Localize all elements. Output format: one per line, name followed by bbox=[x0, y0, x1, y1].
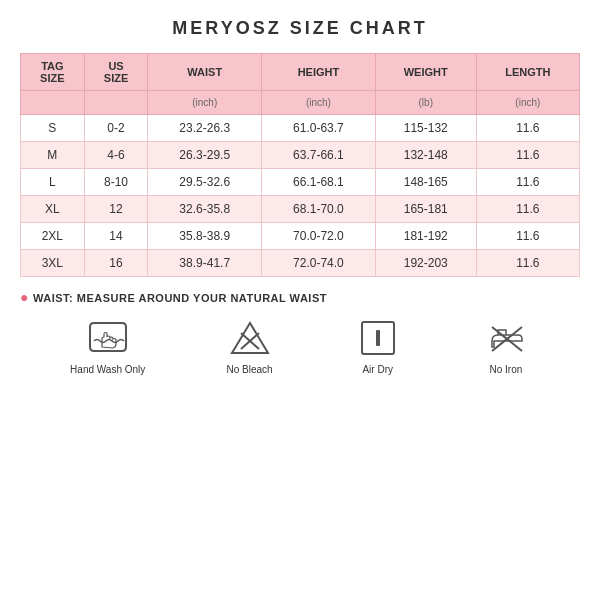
col-length: LENGTH bbox=[476, 54, 579, 91]
col-weight: WEIGHT bbox=[375, 54, 476, 91]
cell-tag: 3XL bbox=[21, 250, 85, 277]
cell-tag: 2XL bbox=[21, 223, 85, 250]
cell-waist: 32.6-35.8 bbox=[148, 196, 262, 223]
hand-wash-icon bbox=[84, 317, 132, 359]
cell-height: 70.0-72.0 bbox=[262, 223, 376, 250]
cell-waist: 35.8-38.9 bbox=[148, 223, 262, 250]
page-container: MERYOSZ SIZE CHART TAGSIZE USSIZE WAIST … bbox=[0, 0, 600, 600]
air-dry-icon bbox=[354, 317, 402, 359]
cell-length: 11.6 bbox=[476, 115, 579, 142]
care-hand-wash: Hand Wash Only bbox=[70, 317, 145, 375]
care-icons-section: Hand Wash Only No Bleach bbox=[20, 317, 580, 375]
cell-tag: M bbox=[21, 142, 85, 169]
table-row: 2XL1435.8-38.970.0-72.0181-19211.6 bbox=[21, 223, 580, 250]
col-us-sub bbox=[84, 91, 148, 115]
cell-length: 11.6 bbox=[476, 250, 579, 277]
cell-weight: 165-181 bbox=[375, 196, 476, 223]
col-length-sub: (inch) bbox=[476, 91, 579, 115]
col-waist-sub: (inch) bbox=[148, 91, 262, 115]
bullet-dot: ● bbox=[20, 289, 29, 305]
table-row: M4-626.3-29.563.7-66.1132-14811.6 bbox=[21, 142, 580, 169]
table-row: L8-1029.5-32.666.1-68.1148-16511.6 bbox=[21, 169, 580, 196]
col-tag-sub bbox=[21, 91, 85, 115]
cell-height: 72.0-74.0 bbox=[262, 250, 376, 277]
col-height-sub: (inch) bbox=[262, 91, 376, 115]
cell-weight: 115-132 bbox=[375, 115, 476, 142]
col-waist: WAIST bbox=[148, 54, 262, 91]
page-title: MERYOSZ SIZE CHART bbox=[20, 18, 580, 39]
cell-height: 63.7-66.1 bbox=[262, 142, 376, 169]
cell-tag: XL bbox=[21, 196, 85, 223]
care-no-iron: No Iron bbox=[482, 317, 530, 375]
air-dry-label: Air Dry bbox=[362, 364, 393, 375]
table-row: 3XL1638.9-41.772.0-74.0192-20311.6 bbox=[21, 250, 580, 277]
care-air-dry: Air Dry bbox=[354, 317, 402, 375]
cell-us: 14 bbox=[84, 223, 148, 250]
size-chart-table: TAGSIZE USSIZE WAIST HEIGHT WEIGHT LENGT… bbox=[20, 53, 580, 277]
cell-weight: 192-203 bbox=[375, 250, 476, 277]
cell-height: 61.0-63.7 bbox=[262, 115, 376, 142]
cell-weight: 132-148 bbox=[375, 142, 476, 169]
cell-tag: S bbox=[21, 115, 85, 142]
table-row: XL1232.6-35.868.1-70.0165-18111.6 bbox=[21, 196, 580, 223]
no-iron-label: No Iron bbox=[489, 364, 522, 375]
cell-waist: 23.2-26.3 bbox=[148, 115, 262, 142]
no-bleach-icon bbox=[226, 317, 274, 359]
cell-us: 12 bbox=[84, 196, 148, 223]
cell-height: 68.1-70.0 bbox=[262, 196, 376, 223]
cell-weight: 181-192 bbox=[375, 223, 476, 250]
col-tag-size: TAGSIZE bbox=[21, 54, 85, 91]
table-row: S0-223.2-26.361.0-63.7115-13211.6 bbox=[21, 115, 580, 142]
col-height: HEIGHT bbox=[262, 54, 376, 91]
cell-length: 11.6 bbox=[476, 196, 579, 223]
no-bleach-label: No Bleach bbox=[226, 364, 272, 375]
cell-height: 66.1-68.1 bbox=[262, 169, 376, 196]
cell-us: 16 bbox=[84, 250, 148, 277]
cell-us: 8-10 bbox=[84, 169, 148, 196]
svg-rect-3 bbox=[376, 330, 380, 346]
cell-waist: 38.9-41.7 bbox=[148, 250, 262, 277]
cell-tag: L bbox=[21, 169, 85, 196]
cell-waist: 26.3-29.5 bbox=[148, 142, 262, 169]
cell-waist: 29.5-32.6 bbox=[148, 169, 262, 196]
no-iron-icon bbox=[482, 317, 530, 359]
care-no-bleach: No Bleach bbox=[226, 317, 274, 375]
hand-wash-label: Hand Wash Only bbox=[70, 364, 145, 375]
cell-length: 11.6 bbox=[476, 223, 579, 250]
cell-weight: 148-165 bbox=[375, 169, 476, 196]
cell-us: 0-2 bbox=[84, 115, 148, 142]
col-weight-sub: (lb) bbox=[375, 91, 476, 115]
waist-note: ●WAIST: MEASURE AROUND YOUR NATURAL WAIS… bbox=[20, 289, 580, 305]
cell-us: 4-6 bbox=[84, 142, 148, 169]
cell-length: 11.6 bbox=[476, 169, 579, 196]
cell-length: 11.6 bbox=[476, 142, 579, 169]
col-us-size: USSIZE bbox=[84, 54, 148, 91]
